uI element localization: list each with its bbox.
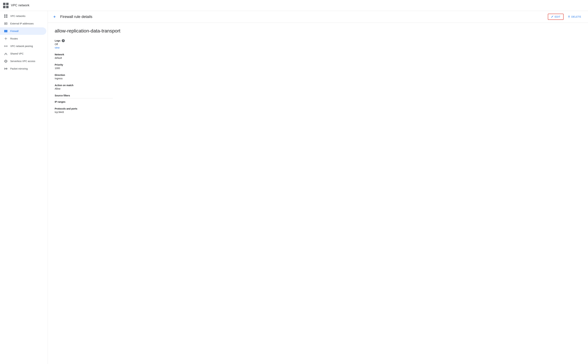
top-header: VPC network (0, 0, 588, 11)
svg-point-22 (6, 46, 7, 47)
svg-point-21 (4, 46, 5, 47)
svg-rect-9 (5, 23, 6, 24)
logs-help-icon[interactable]: ? (62, 39, 65, 42)
svg-rect-7 (6, 16, 7, 18)
svg-rect-5 (6, 14, 7, 16)
sidebar-item-packet-mirroring[interactable]: Packet mirroring (0, 65, 46, 72)
sidebar-label-vpc-peering: VPC network peering (10, 45, 33, 47)
content-area: Firewall rule details EDIT DELETE all (48, 11, 588, 364)
svg-rect-12 (4, 30, 5, 32)
svg-rect-10 (6, 23, 7, 23)
vpc-networks-icon (4, 14, 7, 18)
sidebar-label-serverless-vpc: Serverless VPC access (10, 60, 35, 63)
svg-rect-4 (4, 14, 6, 16)
action-value: Allow (55, 87, 581, 90)
svg-rect-15 (7, 30, 7, 32)
svg-rect-6 (4, 16, 6, 18)
delete-icon (568, 15, 570, 18)
sidebar-label-shared-vpc: Shared VPC (10, 52, 24, 55)
header-actions: EDIT DELETE (548, 14, 584, 20)
network-section: Network default (55, 53, 581, 59)
priority-value: 1000 (55, 67, 581, 70)
svg-rect-28 (6, 68, 6, 69)
priority-section: Priority 1000 (55, 63, 581, 70)
main-layout: VPC networks External IP addresses (0, 11, 588, 364)
sidebar-label-external-ip: External IP addresses (10, 22, 34, 25)
sidebar-label-routes: Routes (10, 37, 18, 40)
sidebar-item-routes[interactable]: Routes (0, 35, 46, 42)
sidebar: VPC networks External IP addresses (0, 11, 48, 364)
app-title: VPC network (11, 4, 29, 7)
svg-rect-2 (3, 6, 6, 8)
edit-icon (551, 15, 554, 18)
sidebar-label-vpc-networks: VPC networks (10, 15, 26, 17)
sidebar-item-vpc-networks[interactable]: VPC networks (0, 12, 46, 20)
external-ip-icon (4, 22, 7, 25)
protocols-label: Protocols and ports (55, 107, 581, 110)
svg-rect-0 (3, 3, 6, 5)
svg-point-20 (6, 38, 6, 39)
svg-rect-29 (6, 68, 6, 69)
svg-marker-25 (5, 60, 7, 62)
content-title: Firewall rule details (60, 14, 545, 19)
logs-value: Off (55, 43, 581, 46)
back-button[interactable] (52, 14, 58, 20)
sidebar-label-firewall: Firewall (10, 30, 19, 32)
sidebar-item-external-ip[interactable]: External IP addresses (0, 20, 46, 27)
svg-rect-31 (7, 68, 7, 69)
detail-content: allow-replication-data-transport Logs ? … (48, 23, 588, 123)
logs-label: Logs ? (55, 39, 581, 42)
action-section: Action on match Allow (55, 84, 581, 90)
svg-rect-26 (4, 68, 5, 70)
svg-rect-8 (4, 23, 7, 25)
logs-section: Logs ? Off view (55, 39, 581, 49)
peering-icon (4, 45, 7, 48)
sidebar-item-shared-vpc[interactable]: Shared VPC (0, 50, 46, 58)
svg-rect-13 (5, 30, 6, 32)
network-value: default (55, 57, 581, 59)
priority-label: Priority (55, 63, 581, 66)
direction-value: Ingress (55, 77, 581, 80)
firewall-icon (4, 29, 7, 33)
source-filters-section: Source filters IP ranges (55, 94, 581, 103)
sidebar-label-packet-mirroring: Packet mirroring (10, 67, 28, 70)
direction-section: Direction Ingress (55, 74, 581, 80)
packet-mirroring-icon (4, 67, 7, 70)
edit-button[interactable]: EDIT (548, 14, 563, 20)
app-logo: VPC network (3, 2, 29, 8)
vpc-logo-icon (3, 2, 9, 8)
svg-rect-11 (6, 24, 7, 24)
delete-button[interactable]: DELETE (565, 14, 584, 20)
svg-rect-27 (5, 68, 5, 69)
source-filters-divider (55, 98, 113, 98)
routes-icon (4, 37, 7, 40)
direction-label: Direction (55, 74, 581, 76)
svg-rect-14 (6, 30, 7, 32)
sidebar-item-firewall[interactable]: Firewall (0, 27, 46, 35)
network-label: Network (55, 53, 581, 56)
action-label: Action on match (55, 84, 581, 87)
content-header: Firewall rule details EDIT DELETE (48, 11, 588, 23)
ip-ranges-label: IP ranges (55, 100, 581, 103)
sidebar-item-serverless-vpc[interactable]: Serverless VPC access (0, 58, 46, 65)
svg-rect-1 (6, 3, 8, 5)
protocols-section: Protocols and ports tcp:9443 (55, 107, 581, 113)
sidebar-item-vpc-peering[interactable]: VPC network peering (0, 42, 46, 50)
svg-rect-30 (7, 68, 7, 70)
rule-name: allow-replication-data-transport (55, 28, 581, 34)
logs-view-link[interactable]: view (55, 46, 59, 49)
shared-vpc-icon (4, 52, 7, 55)
serverless-vpc-icon (4, 59, 7, 63)
source-filters-label: Source filters (55, 94, 581, 97)
svg-rect-3 (6, 6, 8, 8)
protocols-value: tcp:9443 (55, 111, 581, 113)
